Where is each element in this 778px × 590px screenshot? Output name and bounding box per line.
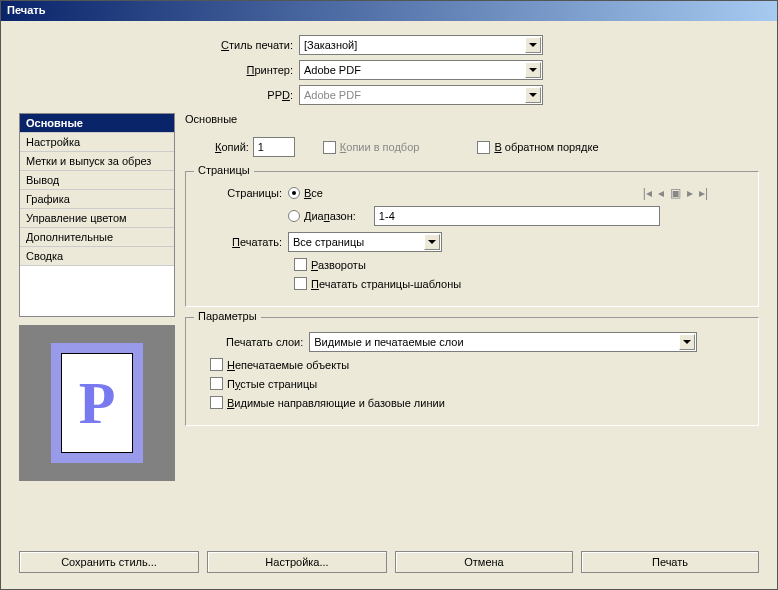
print-button[interactable]: Печать (581, 551, 759, 573)
chevron-down-icon (525, 87, 541, 103)
preview-letter: P (79, 369, 116, 438)
print-dialog: Печать Стиль печати: [Заказной] Принтер:… (0, 0, 778, 590)
pages-all-label: Все (304, 187, 323, 199)
checkbox-icon (323, 141, 336, 154)
print-style-select[interactable]: [Заказной] (299, 35, 543, 55)
layers-value: Видимые и печатаемые слои (314, 336, 463, 348)
chevron-down-icon[interactable] (525, 62, 541, 78)
sidebar-item-output[interactable]: Вывод (20, 171, 174, 190)
checkbox-icon[interactable] (477, 141, 490, 154)
pages-all-radio[interactable] (288, 187, 300, 199)
range-label: Диапазон: (304, 210, 356, 222)
prev-page-icon[interactable]: ◂ (658, 186, 664, 200)
copies-label: Копий: (215, 141, 249, 153)
button-bar: Сохранить стиль... Настройка... Отмена П… (19, 551, 759, 573)
checkbox-icon[interactable] (210, 358, 223, 371)
nonprint-checkbox[interactable]: Непечатаемые объекты (210, 358, 349, 371)
sidebar-empty (20, 266, 174, 316)
panel-heading: Основные (185, 113, 759, 125)
main-area: Основные Настройка Метки и выпуск за обр… (19, 113, 759, 481)
ppd-label: PPD: (139, 89, 299, 101)
pages-label: Страницы: (196, 187, 288, 199)
spreads-checkbox[interactable]: Развороты (294, 258, 366, 271)
blank-pages-checkbox[interactable]: Пустые страницы (210, 377, 317, 390)
page-nav-icons: |◂ ◂ ▣ ▸ ▸| (643, 186, 708, 200)
pages-range-radio[interactable] (288, 210, 300, 222)
chevron-down-icon[interactable] (679, 334, 695, 350)
print-style-value: [Заказной] (304, 39, 357, 51)
sidebar: Основные Настройка Метки и выпуск за обр… (19, 113, 175, 481)
layers-label: Печатать слои: (226, 336, 303, 348)
preview-page: P (61, 353, 133, 453)
printer-label: Принтер: (139, 64, 299, 76)
print-style-label: Стиль печати: (139, 39, 299, 51)
top-settings: Стиль печати: [Заказной] Принтер: Adobe … (139, 35, 759, 105)
settings-panel: Основные Копий: Копии в подбор В обратно… (185, 113, 759, 481)
save-style-button[interactable]: Сохранить стиль... (19, 551, 199, 573)
last-page-icon[interactable]: ▸| (699, 186, 708, 200)
sidebar-item-general[interactable]: Основные (20, 114, 174, 133)
chevron-down-icon[interactable] (525, 37, 541, 53)
chevron-down-icon[interactable] (424, 234, 440, 250)
cancel-button[interactable]: Отмена (395, 551, 573, 573)
page-preview: P (19, 325, 175, 481)
next-page-icon[interactable]: ▸ (687, 186, 693, 200)
window-title: Печать (7, 4, 45, 16)
params-legend: Параметры (194, 310, 261, 322)
sidebar-item-marks[interactable]: Метки и выпуск за обрез (20, 152, 174, 171)
titlebar: Печать (1, 1, 777, 21)
print-mode-select[interactable]: Все страницы (288, 232, 442, 252)
category-list: Основные Настройка Метки и выпуск за обр… (19, 113, 175, 317)
copies-row: Копий: Копии в подбор В обратном порядке (215, 137, 759, 157)
range-input[interactable] (374, 206, 660, 226)
reverse-order-checkbox[interactable]: В обратном порядке (477, 141, 598, 154)
master-pages-checkbox[interactable]: Печатать страницы-шаблоны (294, 277, 461, 290)
layers-select[interactable]: Видимые и печатаемые слои (309, 332, 697, 352)
checkbox-icon[interactable] (210, 396, 223, 409)
pages-legend: Страницы (194, 164, 254, 176)
dialog-content: Стиль печати: [Заказной] Принтер: Adobe … (1, 21, 777, 495)
printer-select[interactable]: Adobe PDF (299, 60, 543, 80)
sidebar-item-advanced[interactable]: Дополнительные (20, 228, 174, 247)
sidebar-item-color[interactable]: Управление цветом (20, 209, 174, 228)
setup-button[interactable]: Настройка... (207, 551, 387, 573)
guides-checkbox[interactable]: Видимые направляющие и базовые линии (210, 396, 445, 409)
checkbox-icon[interactable] (294, 258, 307, 271)
print-mode-value: Все страницы (293, 236, 364, 248)
ppd-select: Adobe PDF (299, 85, 543, 105)
sidebar-item-setup[interactable]: Настройка (20, 133, 174, 152)
first-page-icon[interactable]: |◂ (643, 186, 652, 200)
copies-input[interactable] (253, 137, 295, 157)
params-fieldset: Параметры Печатать слои: Видимые и печат… (185, 317, 759, 426)
collate-checkbox: Копии в подбор (323, 141, 420, 154)
sidebar-item-graphics[interactable]: Графика (20, 190, 174, 209)
spread-icon[interactable]: ▣ (670, 186, 681, 200)
checkbox-icon[interactable] (294, 277, 307, 290)
checkbox-icon[interactable] (210, 377, 223, 390)
print-mode-label: Печатать: (196, 236, 288, 248)
printer-value: Adobe PDF (304, 64, 361, 76)
ppd-value: Adobe PDF (304, 89, 361, 101)
sidebar-item-summary[interactable]: Сводка (20, 247, 174, 266)
pages-fieldset: Страницы Страницы: Все |◂ ◂ ▣ ▸ ▸| (185, 171, 759, 307)
